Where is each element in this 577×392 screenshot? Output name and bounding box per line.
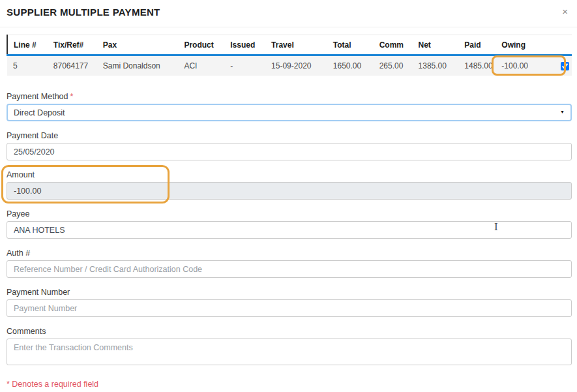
header-divider bbox=[0, 27, 577, 27]
payments-table-wrap: Line # Tix/Ref# Pax Product Issued Trave… bbox=[7, 35, 572, 76]
amount-group: Amount bbox=[7, 170, 572, 200]
comments-group: Comments bbox=[7, 327, 572, 368]
col-header-paid: Paid bbox=[458, 35, 496, 55]
cell-owing: -100.00 bbox=[496, 55, 546, 76]
comments-label: Comments bbox=[7, 327, 572, 336]
auth-input[interactable] bbox=[7, 260, 572, 278]
payment-date-group: Payment Date bbox=[7, 131, 572, 160]
auth-label: Auth # bbox=[7, 249, 572, 258]
cell-comm: 265.00 bbox=[374, 55, 413, 76]
payee-label: Payee bbox=[7, 209, 572, 219]
payee-group: Payee I bbox=[7, 209, 572, 239]
payment-date-label: Payment Date bbox=[7, 131, 572, 140]
col-header-travel: Travel bbox=[265, 35, 327, 55]
owing-value: -100.00 bbox=[501, 61, 528, 70]
auth-group: Auth # bbox=[7, 249, 572, 278]
payment-method-select[interactable]: Direct Deposit bbox=[7, 104, 572, 121]
cell-issued: - bbox=[224, 55, 265, 76]
cell-travel: 15-09-2020 bbox=[265, 55, 327, 76]
cell-total: 1650.00 bbox=[327, 55, 374, 76]
cell-product: ACI bbox=[178, 55, 224, 76]
payment-number-group: Payment Number bbox=[7, 288, 572, 317]
payment-form: Payment Method* Direct Deposit ▼ Payment… bbox=[7, 92, 572, 389]
required-field-note: * Denotes a required field bbox=[7, 380, 572, 389]
col-header-tixref: Tix/Ref# bbox=[48, 35, 97, 55]
table-header-row: Line # Tix/Ref# Pax Product Issued Trave… bbox=[7, 35, 572, 55]
payment-date-input[interactable] bbox=[7, 143, 572, 160]
table-row: 5 87064177 Sami Donaldson ACI - 15-09-20… bbox=[7, 55, 572, 76]
payee-input[interactable] bbox=[7, 221, 572, 239]
modal-header: SUPPLIER MULTIPLE PAYMENT × bbox=[7, 7, 572, 21]
cell-paid: 1485.00 bbox=[458, 55, 496, 76]
col-header-issued: Issued bbox=[224, 35, 265, 55]
amount-input bbox=[7, 182, 572, 200]
col-header-line: Line # bbox=[7, 35, 48, 55]
modal-title: SUPPLIER MULTIPLE PAYMENT bbox=[7, 7, 160, 18]
col-header-comm: Comm bbox=[374, 35, 413, 55]
supplier-multiple-payment-modal: SUPPLIER MULTIPLE PAYMENT × Line # Tix/R… bbox=[0, 0, 577, 392]
cell-net: 1385.00 bbox=[413, 55, 459, 76]
col-header-product: Product bbox=[178, 35, 224, 55]
amount-label: Amount bbox=[7, 170, 572, 179]
comments-textarea[interactable] bbox=[7, 339, 572, 365]
payment-method-group: Payment Method* Direct Deposit ▼ bbox=[7, 92, 572, 121]
cell-line: 5 bbox=[7, 55, 48, 76]
cell-select bbox=[546, 55, 572, 76]
col-header-pax: Pax bbox=[97, 35, 179, 55]
col-header-net: Net bbox=[413, 35, 459, 55]
close-icon[interactable]: × bbox=[562, 7, 568, 16]
required-asterisk: * bbox=[70, 92, 74, 101]
payment-method-label: Payment Method* bbox=[7, 92, 572, 101]
col-header-select bbox=[546, 35, 572, 55]
cell-pax: Sami Donaldson bbox=[97, 55, 179, 76]
col-header-total: Total bbox=[327, 35, 374, 55]
col-header-owing: Owing bbox=[496, 35, 546, 55]
payment-number-label: Payment Number bbox=[7, 288, 572, 297]
payments-table: Line # Tix/Ref# Pax Product Issued Trave… bbox=[7, 35, 572, 76]
row-select-checkbox[interactable] bbox=[561, 62, 569, 70]
cell-tixref: 87064177 bbox=[48, 55, 97, 76]
payment-number-input[interactable] bbox=[7, 299, 572, 317]
